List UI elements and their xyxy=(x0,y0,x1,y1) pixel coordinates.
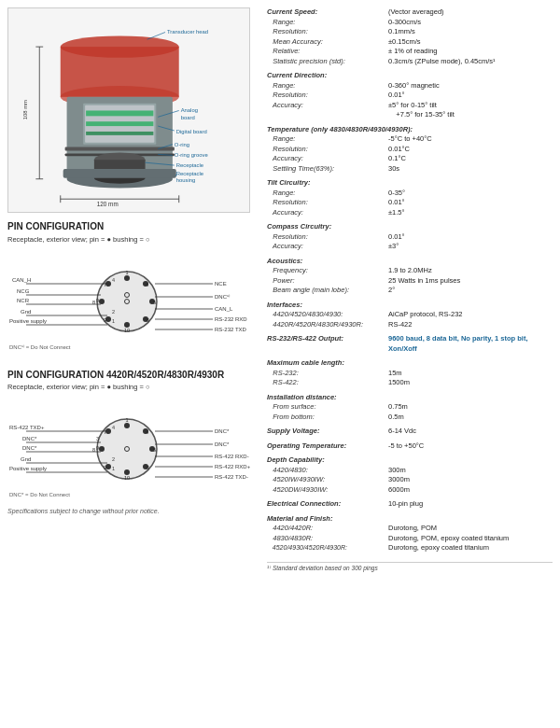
svg-text:DNC¹⁾: DNC¹⁾ xyxy=(215,294,231,300)
spec-title-depth: Depth Capability: xyxy=(267,455,388,466)
spec-title-current-speed: Current Speed: xyxy=(267,7,388,18)
svg-text:DNC*: DNC* xyxy=(215,441,230,447)
spec-label-dir-res: Resolution: xyxy=(267,91,388,101)
spec-supply: Supply Voltage: 6-14 Vdc xyxy=(267,427,553,437)
spec-label-compass-acc: Accuracy: xyxy=(267,242,388,252)
spec-val-tilt-acc: ±1.5° xyxy=(388,208,553,218)
svg-text:RS-422 RXD+: RS-422 RXD+ xyxy=(215,464,250,469)
spec-title-interfaces: Interfaces: xyxy=(267,301,388,311)
spec-val-temp-acc: 0.1°C xyxy=(388,154,553,164)
spec-label-dir-range: Range: xyxy=(267,81,388,91)
svg-text:6: 6 xyxy=(147,465,149,470)
spec-acoustics: Acoustics: Frequency: 1.9 to 2.0MHz Powe… xyxy=(267,257,553,296)
spec-val-dir-range: 0-360° magnetic xyxy=(388,81,553,91)
spec-label-mean: Mean Accuracy: xyxy=(267,37,388,48)
spec-val-dir-res: 0.01° xyxy=(388,91,553,101)
spec-depth: Depth Capability: 4420/4830: 300m 4520IW… xyxy=(267,455,553,495)
spec-val-stat: 0.3cm/s (ZPulse mode), 0.45cm/s¹ xyxy=(388,57,553,67)
device-diagram: Transducer head 108 mm Analog board Digi… xyxy=(7,7,250,213)
spec-val-if2: RS-422 xyxy=(388,320,553,330)
spec-label-rel: Relative: xyxy=(267,47,388,57)
spec-rs232-output: RS-232/RS-422 Output: 9600 baud, 8 data … xyxy=(267,334,553,354)
spec-temperature: Temperature (only 4830/4830R/4930/4930R)… xyxy=(267,125,553,175)
spec-dir-acc2: +7.5° for 15-35° tilt xyxy=(267,110,553,120)
spec-val-temp-res: 0.01°C xyxy=(388,145,553,155)
spec-val-depth3: 6000m xyxy=(388,485,553,496)
svg-text:4: 4 xyxy=(146,429,148,435)
spec-label-if1: 4420/4520/4830/4930: xyxy=(267,310,388,320)
spec-label-dir-acc: Accuracy: xyxy=(267,101,388,111)
svg-text:NCR: NCR xyxy=(17,298,30,303)
svg-text:5: 5 xyxy=(153,447,156,453)
spec-label-range: Range: xyxy=(267,18,388,28)
spec-val-rel: ± 1% of reading xyxy=(388,47,553,57)
svg-text:Gnd: Gnd xyxy=(21,309,31,315)
svg-text:DNC*: DNC* xyxy=(22,445,37,451)
svg-text:RS-422 RXD-: RS-422 RXD- xyxy=(215,454,249,459)
spec-val-cable-rs232: 15m xyxy=(388,369,553,379)
spec-speed-stat: Statistic precision (std): 0.3cm/s (ZPul… xyxy=(267,57,553,67)
spec-material-row1: 4420/4420R: Durotong, POM xyxy=(267,524,553,534)
spec-interfaces-header: Interfaces: xyxy=(267,301,553,311)
svg-point-41 xyxy=(124,275,130,281)
svg-text:7: 7 xyxy=(104,282,106,287)
spec-compass-header: Compass Circuitry: xyxy=(267,222,553,232)
spec-value-vector: (Vector averaged) xyxy=(388,7,553,18)
svg-text:NCE: NCE xyxy=(215,281,227,287)
spec-title-cable: Maximum cable length: xyxy=(267,358,388,369)
spec-compass: Compass Circuitry: Resolution: 0.01° Acc… xyxy=(267,222,553,252)
spec-label-tilt-range: Range: xyxy=(267,189,388,199)
svg-text:1: 1 xyxy=(112,466,115,471)
spec-acoustics-beam: Beam angle (main lobe): 2° xyxy=(267,286,553,296)
spec-temp-acc: Accuracy: 0.1°C xyxy=(267,154,553,164)
svg-text:O-ring: O-ring xyxy=(175,142,189,147)
svg-text:CAN_H: CAN_H xyxy=(12,277,31,283)
svg-text:Transducer head: Transducer head xyxy=(167,29,208,35)
spec-title-material: Material and Finish: xyxy=(267,514,388,525)
spec-val-if1: AiCaP protocol, RS-232 xyxy=(388,310,553,320)
spec-acoustics-header: Acoustics: xyxy=(267,257,553,267)
spec-dir-range: Range: 0-360° magnetic xyxy=(267,81,553,91)
spec-label-tilt-acc: Accuracy: xyxy=(267,208,388,218)
svg-text:Positive supply: Positive supply xyxy=(9,318,47,324)
spec-label-stat: Statistic precision (std): xyxy=(267,57,388,67)
svg-text:RS-422 TXD+: RS-422 TXD+ xyxy=(9,425,45,430)
spec-material-header: Material and Finish: xyxy=(267,514,553,525)
spec-depth-header: Depth Capability: xyxy=(267,455,553,466)
svg-text:Receptacle: Receptacle xyxy=(176,162,203,168)
svg-rect-15 xyxy=(63,169,176,178)
spec-val-dir-acc: ±5° for 0-15° tilt xyxy=(388,101,553,111)
pin2-title: PIN CONFIGURATION 4420R/4520R/4830R/4930… xyxy=(7,369,259,382)
spec-speed-mean-acc: Mean Accuracy: ±0.15cm/s xyxy=(267,37,553,48)
pin2-subtitle: Receptacle, exterior view; pin = ● bushi… xyxy=(7,383,259,392)
spec-val-range: 0-300cm/s xyxy=(388,18,553,28)
spec-title-elec: Electrical Connection: xyxy=(267,499,388,510)
spec-label-freq: Frequency: xyxy=(267,266,388,276)
svg-text:RS-422 TXD-: RS-422 TXD- xyxy=(215,474,248,480)
svg-text:9: 9 xyxy=(96,445,99,451)
spec-interfaces-row1: 4420/4520/4830/4930: AiCaP protocol, RS-… xyxy=(267,310,553,320)
spec-val-temp-settling: 30s xyxy=(388,164,553,175)
spec-label-temp-range: Range: xyxy=(267,134,388,145)
svg-text:7: 7 xyxy=(104,429,106,435)
spec-title-dir: Current Direction: xyxy=(267,71,388,81)
spec-val-mat1: Durotong, POM xyxy=(388,524,553,534)
spec-current-dir: Current Direction: Range: 0-360° magneti… xyxy=(267,71,553,120)
footer-left: Specifications subject to change without… xyxy=(7,507,259,515)
spec-title-op-temp: Operating Temperature: xyxy=(267,441,388,452)
spec-val-dir-acc2: +7.5° for 15-35° tilt xyxy=(388,110,553,120)
spec-val-surface: 0.75m xyxy=(388,402,553,413)
spec-val-tilt-range: 0-35° xyxy=(388,189,553,199)
svg-text:2: 2 xyxy=(112,456,115,462)
svg-text:5: 5 xyxy=(153,300,156,305)
svg-text:Positive supply: Positive supply xyxy=(9,466,47,471)
svg-rect-8 xyxy=(86,121,153,126)
spec-title-compass: Compass Circuitry: xyxy=(267,222,388,232)
spec-interfaces: Interfaces: 4420/4520/4830/4930: AiCaP p… xyxy=(267,301,553,330)
spec-val-freq: 1.9 to 2.0MHz xyxy=(388,266,553,276)
spec-val-compass-res: 0.01° xyxy=(388,232,553,243)
spec-current-speed: Current Speed: (Vector averaged) Range: … xyxy=(267,7,553,66)
spec-title-tilt: Tilt Circuitry: xyxy=(267,178,388,189)
pin1-subtitle: Receptacle, exterior view; pin = ● bushi… xyxy=(7,235,259,245)
spec-val-mat2: Durotong, POM, epoxy coated titanium xyxy=(388,534,553,544)
